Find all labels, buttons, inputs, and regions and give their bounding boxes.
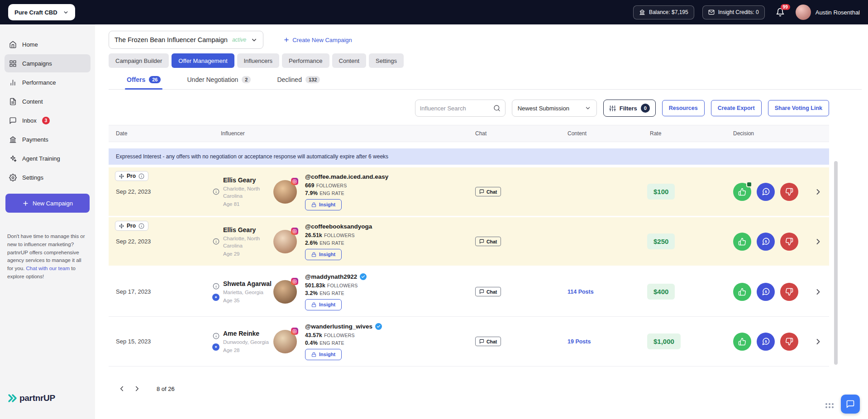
tab-influencers[interactable]: Influencers bbox=[237, 53, 280, 68]
sidebar-item-content[interactable]: Content bbox=[5, 92, 91, 110]
decline-button[interactable] bbox=[780, 283, 798, 301]
balance-button[interactable]: Balance: $7,195 bbox=[633, 5, 694, 19]
insight-credits-button[interactable]: Insight Credits: 0 bbox=[702, 5, 765, 19]
expressed-interest-banner: Expressed Interest - any offers with no … bbox=[109, 148, 829, 165]
chat-button[interactable]: Chat bbox=[475, 337, 501, 346]
resources-button[interactable]: Resources bbox=[662, 100, 705, 116]
subtab-offers[interactable]: Offers 26 bbox=[127, 76, 161, 89]
notifications-button[interactable]: 99 bbox=[776, 8, 785, 17]
widget-drag-handle-icon[interactable] bbox=[825, 403, 834, 408]
approve-button[interactable] bbox=[733, 333, 751, 351]
create-campaign-button[interactable]: Create New Campaign bbox=[283, 37, 352, 43]
influencer-handle[interactable]: @wanderlusting_wives bbox=[305, 323, 372, 330]
org-selector[interactable]: Pure Craft CBD bbox=[8, 4, 75, 20]
next-page-button[interactable] bbox=[129, 381, 145, 396]
sidebar-item-label: Payments bbox=[22, 136, 48, 143]
chat-cell: Chat bbox=[475, 267, 561, 316]
create-export-button[interactable]: Create Export bbox=[711, 100, 762, 116]
negotiate-button[interactable]: $ bbox=[757, 183, 775, 201]
table-row[interactable]: ProSep 22, 2023Ellis GearyCharlotte, Nor… bbox=[109, 167, 829, 217]
tab-content[interactable]: Content bbox=[332, 53, 367, 68]
influencer-avatar[interactable] bbox=[269, 280, 301, 304]
negotiate-button[interactable]: $ bbox=[757, 283, 775, 301]
negotiate-button[interactable]: $ bbox=[757, 233, 775, 251]
search-input[interactable] bbox=[420, 105, 493, 112]
sidebar: Home Campaigns Performance Content Inbox… bbox=[0, 24, 95, 419]
approve-button[interactable] bbox=[733, 183, 751, 201]
share-voting-link-button[interactable]: Share Voting Link bbox=[768, 100, 829, 116]
sidebar-item-agent-training[interactable]: Agent Training bbox=[5, 149, 91, 167]
pro-badge[interactable]: Pro bbox=[115, 221, 148, 231]
decline-button[interactable] bbox=[780, 183, 798, 201]
support-chat-button[interactable] bbox=[841, 395, 860, 414]
pro-badge[interactable]: Pro bbox=[115, 171, 148, 181]
campaign-selector[interactable]: The Frozen Bean Influencer Campaign acti… bbox=[109, 31, 263, 49]
thumbs-down-icon bbox=[785, 188, 793, 196]
thumbs-down-icon bbox=[785, 238, 793, 246]
negotiate-button[interactable]: $ bbox=[757, 333, 775, 351]
influencer-name[interactable]: Shweta Agarwal bbox=[223, 280, 269, 287]
user-menu[interactable]: Austin Rosenthal bbox=[796, 5, 860, 20]
info-icon[interactable] bbox=[213, 188, 219, 195]
pagination: 8 of 26 bbox=[109, 381, 868, 396]
rate-amount: $1,000 bbox=[647, 333, 681, 349]
subtab-declined[interactable]: Declined 132 bbox=[277, 76, 320, 89]
subtab-under-negotiation[interactable]: Under Negotiation 2 bbox=[187, 76, 251, 89]
chat-button[interactable]: Chat bbox=[475, 287, 501, 296]
chat-with-team-link[interactable]: Chat with our team bbox=[26, 266, 70, 271]
row-expand-chevron[interactable] bbox=[814, 237, 823, 246]
chat-button[interactable]: Chat bbox=[475, 187, 501, 196]
prev-page-button[interactable] bbox=[114, 381, 129, 396]
insight-button[interactable]: Insight bbox=[305, 199, 342, 210]
approve-button[interactable] bbox=[733, 283, 751, 301]
influencer-age: Age 81 bbox=[223, 201, 269, 207]
row-expand-chevron[interactable] bbox=[814, 287, 823, 296]
posts-link[interactable]: 114 Posts bbox=[568, 289, 594, 295]
sidebar-item-inbox[interactable]: Inbox 3 bbox=[5, 111, 91, 129]
table-row[interactable]: Sep 15, 2023✦Ame ReinkeDunwoody, Georgia… bbox=[109, 317, 829, 367]
info-icon[interactable] bbox=[138, 173, 144, 179]
influencer-name[interactable]: Ellis Geary bbox=[223, 226, 269, 233]
tab-offer-management[interactable]: Offer Management bbox=[172, 53, 234, 68]
decline-button[interactable] bbox=[780, 333, 798, 351]
sidebar-item-settings[interactable]: Settings bbox=[5, 168, 91, 186]
approve-button[interactable] bbox=[733, 233, 751, 251]
info-icon[interactable] bbox=[213, 283, 219, 290]
posts-link[interactable]: 19 Posts bbox=[568, 338, 591, 345]
table-scrollbar[interactable] bbox=[834, 161, 838, 365]
tab-settings[interactable]: Settings bbox=[369, 53, 404, 68]
filters-button[interactable]: Filters 0 bbox=[603, 100, 656, 117]
table-row[interactable]: Sep 17, 2023✦Shweta AgarwalMarietta, Geo… bbox=[109, 267, 829, 317]
info-icon[interactable] bbox=[213, 238, 219, 245]
insight-button[interactable]: Insight bbox=[305, 349, 342, 360]
influencer-avatar[interactable] bbox=[269, 330, 301, 353]
chat-button[interactable]: Chat bbox=[475, 237, 501, 246]
decline-button[interactable] bbox=[780, 233, 798, 251]
tab-campaign-builder[interactable]: Campaign Builder bbox=[109, 53, 169, 68]
chevron-down-icon bbox=[63, 10, 69, 15]
tab-performance[interactable]: Performance bbox=[282, 53, 329, 68]
influencer-avatar[interactable] bbox=[269, 230, 301, 253]
influencer-name[interactable]: Ellis Geary bbox=[223, 176, 269, 184]
new-campaign-button[interactable]: New Campaign bbox=[5, 194, 90, 213]
sidebar-item-payments[interactable]: Payments bbox=[5, 130, 91, 148]
search-icon[interactable] bbox=[493, 105, 501, 112]
row-expand-chevron[interactable] bbox=[814, 187, 823, 196]
info-icon[interactable] bbox=[213, 333, 219, 339]
insight-button[interactable]: Insight bbox=[305, 299, 342, 310]
info-icon[interactable] bbox=[138, 223, 144, 229]
influencer-avatar[interactable] bbox=[269, 180, 301, 204]
influencer-handle[interactable]: @coffeebooksandyoga bbox=[305, 223, 372, 230]
sidebar-item-home[interactable]: Home bbox=[5, 35, 91, 53]
sidebar-item-campaigns[interactable]: Campaigns bbox=[5, 54, 91, 72]
insight-button[interactable]: Insight bbox=[305, 249, 342, 260]
row-expand-chevron[interactable] bbox=[814, 337, 823, 346]
influencer-handle[interactable]: @maddynath2922 bbox=[305, 273, 357, 280]
sidebar-item-performance[interactable]: Performance bbox=[5, 73, 91, 91]
influencer-search[interactable] bbox=[415, 100, 506, 117]
instagram-icon bbox=[291, 278, 298, 285]
table-row[interactable]: ProSep 22, 2023Ellis GearyCharlotte, Nor… bbox=[109, 217, 829, 267]
sort-select[interactable]: Newest Submission bbox=[512, 100, 597, 117]
influencer-name[interactable]: Ame Reinke bbox=[223, 330, 269, 337]
influencer-handle[interactable]: @coffee.made.iced.and.easy bbox=[305, 173, 388, 180]
